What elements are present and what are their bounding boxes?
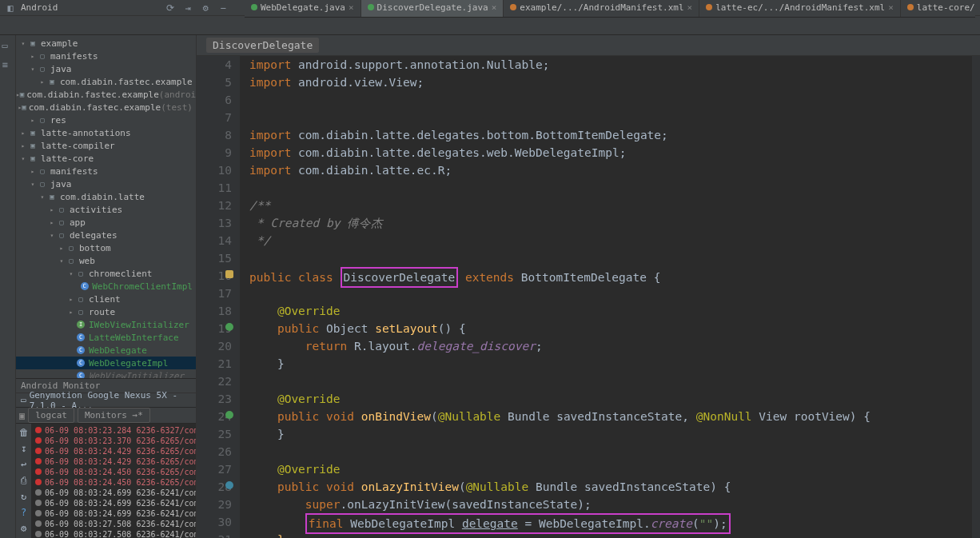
expand-arrow-icon[interactable]: ▸ bbox=[29, 53, 37, 60]
code-line[interactable]: */ bbox=[249, 232, 870, 249]
wrap-icon[interactable]: ↩ bbox=[21, 459, 26, 470]
code-line[interactable]: import com.diabin.latte.delegates.bottom… bbox=[249, 126, 870, 144]
expand-arrow-icon[interactable]: ▾ bbox=[48, 232, 56, 239]
expand-arrow-icon[interactable]: ▾ bbox=[19, 40, 27, 47]
expand-arrow-icon[interactable]: ▸ bbox=[19, 130, 27, 137]
expand-arrow-icon[interactable]: ▸ bbox=[67, 296, 75, 303]
code-line[interactable] bbox=[249, 373, 870, 390]
code-line[interactable] bbox=[249, 249, 870, 267]
code-line[interactable] bbox=[249, 443, 870, 460]
rec-icon[interactable]: ▣ bbox=[19, 410, 25, 421]
tree-item[interactable]: IIWebViewInitializer bbox=[16, 318, 196, 331]
tree-item[interactable]: ▸▢route bbox=[16, 305, 196, 318]
gutter-mark-icon[interactable] bbox=[225, 481, 233, 489]
tree-item[interactable]: CWebViewInitializer bbox=[16, 369, 196, 378]
gutter-mark-icon[interactable] bbox=[225, 411, 233, 419]
monitors-tab[interactable]: Monitors →* bbox=[78, 408, 150, 423]
expand-arrow-icon[interactable]: ▸ bbox=[58, 245, 66, 252]
tree-item[interactable]: ▾▣latte-core bbox=[16, 152, 196, 165]
code-line[interactable]: public Object setLayout() { bbox=[249, 320, 870, 337]
code-line[interactable]: public class DiscoverDelegate extends Bo… bbox=[249, 267, 870, 285]
settings-icon[interactable]: ⚙ bbox=[200, 2, 211, 14]
expand-arrow-icon[interactable]: ▾ bbox=[29, 66, 37, 73]
structure-rail-icon[interactable]: ≡ bbox=[2, 59, 14, 70]
expand-arrow-icon[interactable]: ▾ bbox=[19, 155, 27, 162]
code-line[interactable]: import com.diabin.latte.ec.R; bbox=[249, 161, 870, 179]
tree-item[interactable]: CLatteWebInterface bbox=[16, 331, 196, 344]
tree-item[interactable]: ▾▢chromeclient bbox=[16, 267, 196, 280]
collapse-icon[interactable]: ⇥ bbox=[182, 2, 193, 14]
tree-item[interactable]: ▸▢manifests bbox=[16, 50, 196, 62]
expand-arrow-icon[interactable]: ▸ bbox=[29, 168, 37, 175]
tab-2[interactable]: example/.../AndroidManifest.xml× bbox=[504, 0, 699, 17]
close-icon[interactable]: × bbox=[349, 2, 354, 13]
code-area[interactable]: 4567891011121314151617181920212223242526… bbox=[197, 56, 980, 538]
close-icon[interactable]: × bbox=[888, 2, 894, 13]
tab-4[interactable]: latte-core/.../AndroidManifest.xml× bbox=[901, 0, 975, 17]
expand-arrow-icon[interactable]: ▸ bbox=[19, 142, 27, 149]
tree-item[interactable]: CWebChromeClientImpl bbox=[16, 280, 196, 293]
tree-item[interactable]: CWebDelegateImpl bbox=[16, 357, 196, 369]
tree-item[interactable]: ▾▢web bbox=[16, 254, 196, 267]
expand-arrow-icon[interactable]: ▸ bbox=[67, 309, 75, 316]
tree-item[interactable]: ▸▣latte-annotations bbox=[16, 126, 196, 139]
code-line[interactable]: return R.layout.delegate_discover; bbox=[249, 337, 870, 355]
log-lines[interactable]: 06-09 08:03:23.284 6236-6327/com.dia06-0… bbox=[32, 424, 196, 538]
code-line[interactable] bbox=[249, 179, 870, 197]
code-line[interactable]: @Override bbox=[249, 302, 870, 320]
code[interactable]: import android.support.annotation.Nullab… bbox=[240, 56, 870, 538]
tree-item[interactable]: ▸▢app bbox=[16, 216, 196, 229]
tab-0[interactable]: WebDelegate.java× bbox=[245, 0, 361, 17]
close-icon[interactable]: × bbox=[687, 2, 693, 13]
scrollbar[interactable] bbox=[972, 56, 980, 538]
tree-item[interactable]: ▾▣example bbox=[16, 37, 196, 50]
tree-item[interactable]: ▸▢manifests bbox=[16, 165, 196, 177]
expand-arrow-icon[interactable]: ▸ bbox=[48, 219, 56, 226]
gear-icon[interactable]: ⚙ bbox=[21, 523, 26, 534]
print-icon[interactable]: ⎙ bbox=[21, 475, 26, 486]
restart-icon[interactable]: ↻ bbox=[21, 491, 26, 502]
expand-arrow-icon[interactable]: ▾ bbox=[29, 181, 37, 188]
tree-item[interactable]: ▾▢java bbox=[16, 177, 196, 190]
device-row[interactable]: ▭ Genymotion Google Nexus 5X - 7.1.0 - A… bbox=[16, 393, 196, 408]
code-line[interactable]: import android.view.View; bbox=[249, 74, 870, 91]
scroll-icon[interactable]: ↧ bbox=[21, 443, 26, 454]
code-line[interactable]: * Created by 傅令杰 bbox=[249, 214, 870, 232]
code-line[interactable]: } bbox=[249, 355, 870, 373]
code-line[interactable] bbox=[249, 109, 870, 126]
project-tree[interactable]: ▾▣example▸▢manifests▾▢java▸▣com.diabin.f… bbox=[16, 35, 196, 378]
expand-arrow-icon[interactable]: ▾ bbox=[67, 270, 75, 277]
code-line[interactable] bbox=[249, 91, 870, 109]
gutter-mark-icon[interactable] bbox=[225, 323, 233, 331]
sync-icon[interactable]: ⟳ bbox=[165, 2, 176, 14]
tree-item[interactable]: ▸▣com.diabin.fastec.example (test) bbox=[16, 101, 196, 114]
code-line[interactable]: super.onLazyInitView(savedInstanceState)… bbox=[249, 496, 870, 513]
code-line[interactable]: } bbox=[249, 425, 870, 443]
code-line[interactable]: final WebDelegateImpl delegate = WebDele… bbox=[249, 513, 870, 531]
expand-arrow-icon[interactable]: ▸ bbox=[48, 206, 56, 213]
code-line[interactable]: @Override bbox=[249, 390, 870, 408]
tree-item[interactable]: ▾▣com.diabin.latte bbox=[16, 190, 196, 203]
help-icon[interactable]: ? bbox=[21, 507, 26, 518]
tree-item[interactable]: ▸▢activities bbox=[16, 203, 196, 216]
tree-item[interactable]: ▸▢res bbox=[16, 114, 196, 126]
clear-icon[interactable]: 🗑 bbox=[19, 427, 29, 438]
code-line[interactable]: @Override bbox=[249, 460, 870, 478]
project-rail-icon[interactable]: ▭ bbox=[2, 40, 14, 51]
code-line[interactable]: public void onBindView(@Nullable Bundle … bbox=[249, 408, 870, 425]
tree-item[interactable]: ▸▣com.diabin.fastec.example (androidTe bbox=[16, 88, 196, 101]
code-line[interactable]: import com.diabin.latte.delegates.web.We… bbox=[249, 144, 870, 161]
hide-icon[interactable]: − bbox=[217, 2, 229, 14]
code-line[interactable]: /** bbox=[249, 197, 870, 214]
code-line[interactable]: public void onLazyInitView(@Nullable Bun… bbox=[249, 478, 870, 496]
tree-item[interactable]: ▸▢client bbox=[16, 293, 196, 305]
expand-arrow-icon[interactable]: ▾ bbox=[58, 257, 66, 265]
gutter-mark-icon[interactable] bbox=[225, 270, 233, 278]
tree-item[interactable]: ▸▣latte-compiler bbox=[16, 139, 196, 152]
tree-item[interactable]: ▾▢delegates bbox=[16, 229, 196, 241]
logcat-tab[interactable]: logcat bbox=[28, 408, 74, 423]
tree-item[interactable]: CWebDelegate bbox=[16, 344, 196, 357]
tree-item[interactable]: ▾▢java bbox=[16, 62, 196, 75]
tree-item[interactable]: ▸▢bottom bbox=[16, 241, 196, 254]
code-line[interactable]: import android.support.annotation.Nullab… bbox=[249, 56, 870, 74]
